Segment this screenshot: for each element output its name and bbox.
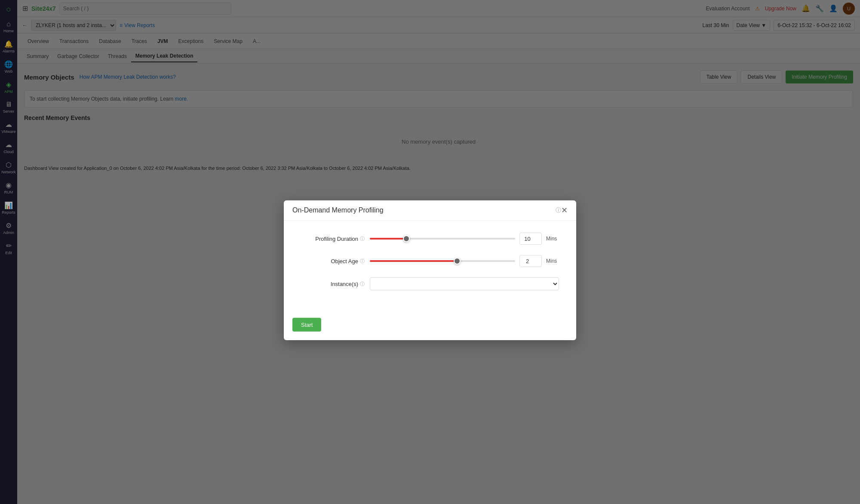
modal-title: On-Demand Memory Profiling (292, 206, 553, 214)
profiling-duration-input[interactable] (519, 233, 542, 245)
object-age-slider[interactable] (370, 257, 515, 265)
profiling-duration-info-icon[interactable]: ⓘ (360, 236, 365, 242)
profiling-duration-thumb[interactable] (403, 235, 410, 242)
object-age-unit: Mins (546, 258, 559, 264)
profiling-duration-row: Profiling Duration ⓘ Mins (301, 233, 559, 245)
start-button[interactable]: Start (292, 318, 321, 332)
profiling-duration-slider[interactable] (370, 234, 515, 243)
on-demand-memory-modal: On-Demand Memory Profiling ⓘ ✕ Profiling… (284, 200, 576, 340)
modal-info-icon[interactable]: ⓘ (556, 206, 561, 214)
profiling-duration-label: Profiling Duration ⓘ (301, 236, 370, 242)
instances-dropdown[interactable] (370, 277, 559, 290)
object-age-track (370, 260, 515, 262)
profiling-duration-track (370, 238, 515, 240)
instances-row: Instance(s) ⓘ (301, 277, 559, 290)
profiling-duration-control: Mins (370, 233, 559, 245)
modal-footer: Start (284, 313, 576, 340)
object-age-control: Mins (370, 255, 559, 267)
profiling-duration-unit: Mins (546, 236, 559, 242)
profiling-duration-fill (370, 238, 406, 240)
modal-header: On-Demand Memory Profiling ⓘ ✕ (284, 200, 576, 221)
instances-info-icon[interactable]: ⓘ (360, 281, 365, 287)
instances-label: Instance(s) ⓘ (301, 281, 370, 287)
object-age-label: Object Age ⓘ (301, 258, 370, 264)
modal-body: Profiling Duration ⓘ Mins (284, 221, 576, 313)
object-age-info-icon[interactable]: ⓘ (360, 258, 365, 264)
object-age-fill (370, 260, 457, 262)
instances-control (370, 277, 559, 290)
object-age-row: Object Age ⓘ Mins (301, 255, 559, 267)
modal-close-button[interactable]: ✕ (561, 206, 568, 214)
object-age-thumb[interactable] (454, 258, 461, 264)
object-age-input[interactable] (519, 255, 542, 267)
